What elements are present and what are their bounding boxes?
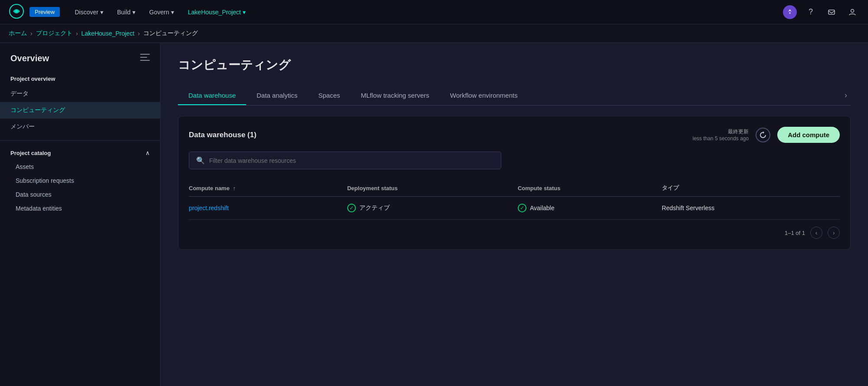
search-input[interactable] xyxy=(209,157,494,164)
nav-project[interactable]: LakeHouse_Project ▾ xyxy=(182,5,252,19)
cell-compute-status: ✓ Available xyxy=(518,197,662,220)
sidebar-item-data[interactable]: データ xyxy=(0,86,160,102)
breadcrumb-sep1: › xyxy=(30,30,33,37)
sidebar-item-metadata-entities[interactable]: Metadata entities xyxy=(0,201,160,215)
sidebar-item-data-sources[interactable]: Data sources xyxy=(0,188,160,201)
last-updated-value: less than 5 seconds ago xyxy=(693,135,749,142)
table-row: project.redshift ✓ アクティブ ✓ Available xyxy=(189,197,840,220)
breadcrumb-sep2: › xyxy=(76,30,78,37)
nav-right-icons: ? xyxy=(783,5,859,19)
pagination: 1–1 of 1 ‹ › xyxy=(189,227,840,239)
pagination-next[interactable]: › xyxy=(828,227,840,239)
sidebar-catalog-chevron: ∧ xyxy=(145,149,150,156)
sidebar-header: Overview xyxy=(0,53,160,72)
warehouse-header-right: 最終更新 less than 5 seconds ago Add compute xyxy=(693,127,840,143)
warehouse-title: Data warehouse (1) xyxy=(189,131,256,139)
col-type: タイプ xyxy=(662,180,840,197)
breadcrumb: ホーム › プロジェクト › LakeHouse_Project › コンピュー… xyxy=(0,24,868,43)
nav-build[interactable]: Build ▾ xyxy=(111,5,141,19)
svg-rect-5 xyxy=(140,54,150,55)
col-deployment-status: Deployment status xyxy=(347,180,518,197)
cell-deployment-status: ✓ アクティブ xyxy=(347,197,518,220)
cell-type: Redshift Serverless xyxy=(662,197,840,220)
refresh-button[interactable] xyxy=(756,128,770,142)
sidebar-item-assets[interactable]: Assets xyxy=(0,160,160,174)
nav-items: Discover ▾ Build ▾ Govern ▾ LakeHouse_Pr… xyxy=(69,5,783,19)
nav-govern[interactable]: Govern ▾ xyxy=(143,5,180,19)
top-navigation: Preview Discover ▾ Build ▾ Govern ▾ Lake… xyxy=(0,0,868,24)
tab-spaces[interactable]: Spaces xyxy=(308,86,350,105)
warehouse-header: Data warehouse (1) 最終更新 less than 5 seco… xyxy=(189,127,840,143)
sidebar-collapse-icon[interactable] xyxy=(140,53,150,63)
compute-name-link[interactable]: project.redshift xyxy=(189,205,229,211)
compute-status-icon: ✓ xyxy=(518,204,526,212)
main-content: コンピューティング Data warehouse Data analytics … xyxy=(161,43,868,386)
tab-workflow[interactable]: Workflow environments xyxy=(440,86,528,105)
user-icon[interactable] xyxy=(845,5,859,19)
deployment-status-text: アクティブ xyxy=(359,204,390,212)
sidebar: Overview Project overview データ コンピューティング … xyxy=(0,43,161,386)
notifications-icon[interactable] xyxy=(825,5,838,19)
sidebar-item-computing[interactable]: コンピューティング xyxy=(0,102,160,119)
sidebar-project-catalog[interactable]: Project catalog ∧ xyxy=(0,146,160,160)
warehouse-section: Data warehouse (1) 最終更新 less than 5 seco… xyxy=(178,116,851,250)
sidebar-item-members[interactable]: メンバー xyxy=(0,119,160,135)
sidebar-catalog-title: Project catalog xyxy=(10,150,51,156)
tab-mlflow[interactable]: MLflow tracking servers xyxy=(351,86,440,105)
sidebar-section-project-overview: Project overview xyxy=(0,72,160,86)
sidebar-divider xyxy=(0,140,160,141)
pagination-info: 1–1 of 1 xyxy=(785,230,805,236)
tabs-bar: Data warehouse Data analytics Spaces MLf… xyxy=(178,86,851,106)
breadcrumb-home[interactable]: ホーム xyxy=(9,30,27,37)
page-title: コンピューティング xyxy=(178,57,851,73)
tab-data-analytics[interactable]: Data analytics xyxy=(246,86,308,105)
sidebar-title: Overview xyxy=(10,53,49,63)
compute-table: Compute name ↑ Deployment status Compute… xyxy=(189,180,840,220)
svg-rect-3 xyxy=(829,10,835,14)
breadcrumb-sep3: › xyxy=(138,30,140,37)
col-compute-status: Compute status xyxy=(518,180,662,197)
deployment-status-icon: ✓ xyxy=(347,204,356,212)
tab-data-warehouse[interactable]: Data warehouse xyxy=(178,86,246,105)
breadcrumb-project[interactable]: プロジェクト xyxy=(36,30,72,37)
add-compute-button[interactable]: Add compute xyxy=(777,127,840,143)
main-layout: Overview Project overview データ コンピューティング … xyxy=(0,43,868,386)
last-updated-info: 最終更新 less than 5 seconds ago xyxy=(693,128,749,142)
last-updated-label: 最終更新 xyxy=(693,128,749,135)
nav-discover[interactable]: Discover ▾ xyxy=(69,5,109,19)
search-box: 🔍 xyxy=(189,152,501,169)
help-icon[interactable]: ? xyxy=(804,5,818,19)
nav-user-avatar[interactable] xyxy=(783,5,797,19)
breadcrumb-current: コンピューティング xyxy=(143,30,198,37)
svg-point-4 xyxy=(851,9,854,12)
col-compute-name: Compute name ↑ xyxy=(189,180,347,197)
breadcrumb-project-name[interactable]: LakeHouse_Project xyxy=(81,30,134,37)
sidebar-item-subscription-requests[interactable]: Subscription requests xyxy=(0,174,160,188)
svg-rect-6 xyxy=(140,57,147,58)
sort-icon[interactable]: ↑ xyxy=(233,185,236,191)
svg-point-2 xyxy=(789,12,791,14)
pagination-prev[interactable]: ‹ xyxy=(810,227,822,239)
preview-button[interactable]: Preview xyxy=(30,7,60,17)
tabs-scroll-right[interactable]: › xyxy=(841,86,851,105)
cell-compute-name: project.redshift xyxy=(189,197,347,220)
svg-rect-7 xyxy=(140,60,150,61)
app-logo xyxy=(9,3,30,20)
search-icon: 🔍 xyxy=(196,156,205,165)
table-header-row: Compute name ↑ Deployment status Compute… xyxy=(189,180,840,197)
compute-status-text: Available xyxy=(530,205,555,211)
